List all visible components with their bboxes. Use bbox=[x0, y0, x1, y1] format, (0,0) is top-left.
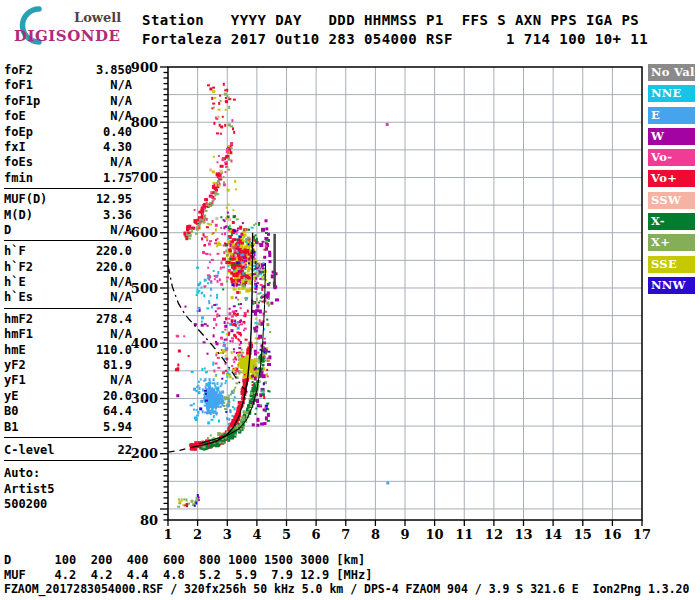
legend-item-x-: X+ bbox=[648, 234, 695, 251]
legend-item-nnw: NNW bbox=[648, 277, 695, 294]
x-axis-label: 5 bbox=[282, 527, 291, 542]
muf-distance-row: D 100 200 400 600 800 1000 1500 3000 [km… bbox=[4, 553, 689, 568]
y-axis-label: 80 bbox=[140, 513, 158, 528]
legend-item-no-val: No Val bbox=[648, 64, 695, 81]
digisonde-ionogram-screen: Lowell DIGISONDE Station YYYY DAY DDD HH… bbox=[0, 0, 700, 600]
x-axis-label: 9 bbox=[400, 527, 409, 542]
x-axis-label: 13 bbox=[514, 527, 532, 542]
x-axis-label: 1 bbox=[163, 527, 172, 542]
x-axis-label: 15 bbox=[574, 527, 592, 542]
x-axis-label: 17 bbox=[633, 527, 651, 542]
x-axis-label: 14 bbox=[544, 527, 562, 542]
x-axis-label: 7 bbox=[341, 527, 350, 542]
x-axis-label: 3 bbox=[223, 527, 232, 542]
x-axis-label: 2 bbox=[193, 527, 202, 542]
y-axis-label: 300 bbox=[131, 391, 158, 406]
x-axis-label: 11 bbox=[455, 527, 473, 542]
y-axis-label: 700 bbox=[131, 170, 158, 185]
y-axis-label: 800 bbox=[131, 115, 158, 130]
profile-lead-in bbox=[169, 448, 191, 453]
legend-item-ssw: SSW bbox=[648, 192, 695, 209]
x-axis-label: 8 bbox=[371, 527, 380, 542]
noval-strip bbox=[273, 234, 276, 287]
y-axis-label: 900 bbox=[131, 60, 158, 75]
legend-item-nne: NNE bbox=[648, 85, 695, 102]
x-axis-label: 12 bbox=[485, 527, 503, 542]
x-axis-label: 16 bbox=[603, 527, 621, 542]
x-axis-label: 4 bbox=[252, 527, 261, 542]
ionogram-plot: 9008007006005004003002008012345678910111… bbox=[0, 0, 700, 600]
y-axis-label: 200 bbox=[131, 446, 158, 461]
y-axis-label: 500 bbox=[131, 281, 158, 296]
y-axis-label: 400 bbox=[131, 336, 158, 351]
y-axis-label: 600 bbox=[131, 225, 158, 240]
legend-item-vo-: Vo- bbox=[648, 149, 695, 166]
footer-block: D 100 200 400 600 800 1000 1500 3000 [km… bbox=[4, 553, 689, 597]
file-info-row: FZAOM_2017283054000.RSF / 320fx256h 50 k… bbox=[4, 582, 689, 597]
legend-item-sse: SSE bbox=[648, 256, 695, 273]
x-axis-label: 10 bbox=[426, 527, 444, 542]
legend-item-e: E bbox=[648, 107, 695, 124]
x-axis-label: 6 bbox=[312, 527, 321, 542]
velocity-direction-legend: No ValNNEEWVo-Vo+SSWX-X+SSENNW bbox=[648, 64, 696, 298]
muf-values-row: MUF 4.2 4.2 4.4 4.8 5.2 5.9 7.9 12.9 [MH… bbox=[4, 568, 689, 583]
legend-item-w: W bbox=[648, 128, 695, 145]
legend-item-vo-: Vo+ bbox=[648, 170, 695, 187]
legend-item-x-: X- bbox=[648, 213, 695, 230]
